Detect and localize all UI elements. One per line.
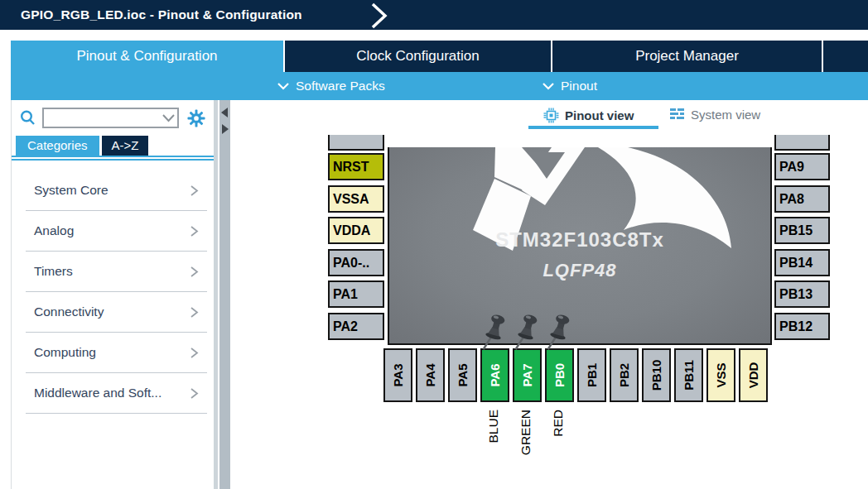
chevron-right-icon	[190, 306, 199, 319]
pin-vdda[interactable]: VDDA	[328, 217, 384, 244]
tab-partial[interactable]	[823, 41, 868, 72]
sub-toolbar: Software Packs Pinout	[11, 72, 868, 100]
system-blocks-icon	[669, 108, 685, 122]
pin-right-partial[interactable]	[774, 135, 830, 151]
pin-pa9[interactable]: PA9	[774, 153, 830, 180]
chevron-right-icon	[190, 347, 199, 359]
search-combo	[42, 108, 179, 128]
active-view-underline	[528, 126, 658, 129]
chevron-right-icon	[190, 185, 199, 197]
sidebar-item-system-core[interactable]: System Core	[26, 170, 207, 211]
pin-pa0[interactable]: PA0-..	[328, 249, 384, 276]
pin-pa6[interactable]: PA6	[480, 348, 509, 402]
pin-vssa[interactable]: VSSA	[328, 185, 384, 213]
pushpin-icon	[546, 314, 572, 353]
chevron-down-icon	[542, 83, 554, 90]
signal-label-red: RED	[551, 410, 567, 484]
software-packs-dropdown[interactable]: Software Packs	[277, 72, 385, 100]
pinout-dropdown[interactable]: Pinout	[542, 72, 597, 100]
pin-vdd[interactable]: VDD	[739, 348, 768, 402]
tab-pinout-configuration[interactable]: Pinout & Configuration	[11, 41, 283, 72]
window-title-bar: GPIO_RGB_LED.ioc - Pinout & Configuratio…	[0, 0, 868, 30]
pin-pb0[interactable]: PB0	[545, 348, 574, 402]
pin-pa8[interactable]: PA8	[774, 185, 830, 213]
pin-nrst[interactable]: NRST	[328, 153, 384, 180]
divider	[12, 159, 214, 161]
signal-label-green: GREEN	[518, 410, 535, 484]
chevron-right-icon	[190, 387, 199, 400]
pin-pb11[interactable]: PB11	[674, 348, 703, 402]
mcu-chip-body[interactable]: STM32F103C8Tx LQFP48	[388, 147, 772, 345]
sidebar-item-computing[interactable]: Computing	[26, 333, 207, 373]
pushpin-icon	[514, 314, 540, 353]
tab-a-to-z[interactable]: A->Z	[102, 136, 149, 156]
pin-pa3[interactable]: PA3	[383, 348, 412, 402]
search-icon	[19, 109, 36, 127]
pin-pa7[interactable]: PA7	[513, 348, 542, 402]
pin-pa2[interactable]: PA2	[328, 313, 384, 340]
pin-pb10[interactable]: PB10	[642, 348, 671, 402]
chevron-down-icon	[277, 83, 289, 90]
tab-categories[interactable]: Categories	[16, 136, 99, 156]
pin-pb1[interactable]: PB1	[577, 348, 606, 402]
signal-label-blue: BLUE	[486, 410, 503, 484]
sidebar-search-row	[12, 100, 214, 128]
tab-project-manager[interactable]: Project Manager	[552, 41, 822, 72]
chevron-right-icon	[190, 266, 199, 278]
mcu-package: LQFP48	[389, 260, 770, 281]
pinout-panel: Pinout view System view	[230, 100, 868, 489]
breadcrumb-chevron-icon	[370, 2, 388, 29]
sidebar-item-timers[interactable]: Timers	[26, 252, 207, 292]
pushpin-icon	[481, 314, 508, 353]
system-view-toggle[interactable]: System view	[669, 108, 760, 122]
chip-icon	[543, 108, 559, 123]
content-area: Categories A->Z System Core Analog Timer…	[0, 100, 868, 489]
pin-pa1[interactable]: PA1	[328, 280, 384, 308]
sidebar-item-analog[interactable]: Analog	[26, 211, 207, 252]
collapse-left-icon[interactable]	[221, 108, 228, 117]
pin-vss[interactable]: VSS	[706, 348, 735, 402]
sidebar-item-connectivity[interactable]: Connectivity	[26, 292, 207, 333]
page-title: GPIO_RGB_LED.ioc - Pinout & Configuratio…	[21, 7, 302, 22]
sidebar-item-middleware[interactable]: Middleware and Soft...	[26, 373, 207, 414]
pin-pa4[interactable]: PA4	[416, 348, 445, 402]
pin-pb12[interactable]: PB12	[774, 313, 830, 340]
pin-pb15[interactable]: PB15	[774, 217, 830, 244]
pin-pb13[interactable]: PB13	[774, 280, 830, 308]
bottom-pin-row: PA3 PA4 PA5 PA6 PA7 PB0 PB1 PB2 PB10 PB1…	[383, 348, 768, 402]
pinout-view-toggle[interactable]: Pinout view	[543, 108, 634, 123]
tab-clock-configuration[interactable]: Clock Configuration	[285, 41, 551, 72]
peripheral-category-list: System Core Analog Timers Connectivity C…	[26, 170, 207, 414]
pin-pb14[interactable]: PB14	[774, 249, 830, 276]
mcu-part-number: STM32F103C8Tx	[389, 228, 770, 252]
panel-splitter[interactable]	[214, 100, 230, 489]
divider	[12, 156, 214, 157]
chevron-down-icon[interactable]	[162, 114, 175, 122]
gear-icon[interactable]	[187, 109, 205, 127]
pin-left-partial[interactable]	[328, 135, 384, 151]
expand-right-icon[interactable]	[222, 124, 229, 134]
sidebar-tab-bar: Categories A->Z	[16, 136, 214, 156]
peripherals-sidebar: Categories A->Z System Core Analog Timer…	[11, 100, 214, 489]
chevron-right-icon	[190, 225, 199, 237]
pin-pb2[interactable]: PB2	[610, 348, 639, 402]
main-tab-bar: Pinout & Configuration Clock Configurati…	[0, 41, 868, 72]
search-input[interactable]	[42, 108, 179, 128]
pin-pa5[interactable]: PA5	[448, 348, 477, 402]
